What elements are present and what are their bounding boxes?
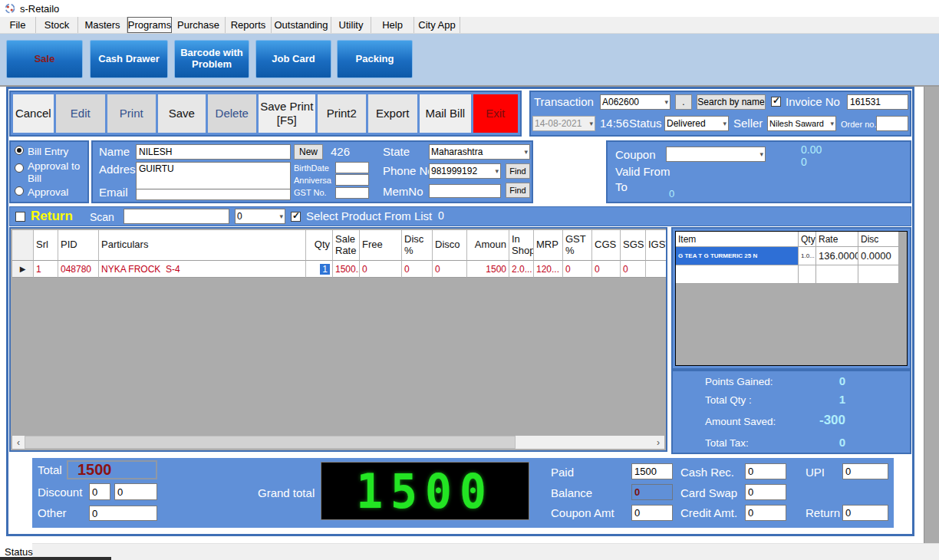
- return-checkbox[interactable]: [15, 212, 25, 222]
- email-input[interactable]: [136, 189, 291, 200]
- gst-no-label: GST No.: [294, 188, 327, 197]
- new-customer-button[interactable]: New: [294, 144, 323, 160]
- scan-label: Scan: [90, 211, 114, 223]
- total-tax-label: Total Tax:: [705, 437, 749, 449]
- cash-drawer-button[interactable]: Cash Drawer: [90, 40, 168, 78]
- name-input[interactable]: [136, 144, 291, 160]
- anniversary-label: Anniversa: [294, 176, 331, 185]
- delete-button[interactable]: Delete: [208, 94, 256, 133]
- item-row[interactable]: G TEA T G TURMERIC 25 N 1.0... 136.0000 …: [676, 247, 899, 265]
- approval-radio[interactable]: Approval: [15, 186, 68, 199]
- discount-label: Discount: [38, 486, 82, 499]
- col-item-disc: Disc: [858, 232, 899, 247]
- menu-stock[interactable]: Stock: [36, 17, 78, 33]
- gst-no-input[interactable]: [335, 187, 369, 199]
- col-disco: Disco: [433, 230, 467, 261]
- coupon-combo[interactable]: ▾: [666, 147, 766, 162]
- discount-pct-input[interactable]: [89, 483, 110, 500]
- scroll-right-icon[interactable]: ›: [652, 437, 664, 448]
- scrollbar-thumb[interactable]: [25, 436, 516, 449]
- bill-summary-panel: Points Gained: 0 Total Qty : 1 Amount Sa…: [671, 370, 911, 454]
- find-by-memno-button[interactable]: Find: [506, 183, 530, 198]
- birthdate-input[interactable]: [335, 162, 369, 173]
- scroll-left-icon[interactable]: ‹: [12, 437, 25, 448]
- menu-reports[interactable]: Reports: [226, 17, 272, 33]
- menu-file[interactable]: File: [0, 17, 36, 33]
- cancel-button[interactable]: Cancel: [13, 94, 54, 133]
- amount-saved-label: Amount Saved:: [705, 416, 776, 427]
- state-combo[interactable]: Maharashtra▾: [429, 144, 530, 160]
- col-cgs: CGS: [592, 230, 621, 261]
- grand-total-display: 1500: [321, 462, 529, 520]
- return-amt-input[interactable]: [842, 505, 888, 521]
- paid-input[interactable]: [631, 463, 673, 479]
- print2-button[interactable]: Print2: [318, 94, 366, 133]
- packing-button[interactable]: Packing: [337, 40, 413, 78]
- job-card-button[interactable]: Job Card: [255, 40, 331, 78]
- export-button[interactable]: Export: [368, 94, 418, 133]
- col-item: Item: [676, 232, 799, 247]
- sale-button[interactable]: Sale: [6, 40, 83, 78]
- print-button[interactable]: Print: [107, 94, 156, 133]
- product-row[interactable]: ▶ 1 048780 NYKA FROCK S-4 1 1500.... 0 0…: [12, 261, 666, 278]
- address-input[interactable]: GUIRTU: [136, 162, 291, 191]
- date-combo[interactable]: 14-08-2021▾: [532, 116, 595, 131]
- barcode-with-problem-button[interactable]: Barcode with Problem: [174, 40, 249, 78]
- credit-amt-label: Credit Amt.: [680, 506, 737, 519]
- approval-to-bill-radio[interactable]: Approval to Bill: [15, 160, 85, 185]
- search-by-name-button[interactable]: Search by name: [697, 94, 766, 110]
- save-button[interactable]: Save: [158, 94, 206, 133]
- select-product-checkbox[interactable]: [291, 212, 301, 222]
- memno-input[interactable]: [429, 184, 501, 198]
- invoice-no-input[interactable]: [847, 94, 908, 110]
- upi-input[interactable]: [842, 463, 888, 479]
- menu-outstanding[interactable]: Outstanding: [272, 17, 331, 33]
- phone-no-label: Phone No: [383, 164, 434, 177]
- item-row-empty[interactable]: [676, 265, 899, 284]
- save-print-button[interactable]: Save Print[F5]: [259, 94, 316, 133]
- transaction-number-combo[interactable]: A062600▾: [600, 94, 670, 110]
- card-swap-input[interactable]: [745, 484, 786, 500]
- other-input[interactable]: [89, 506, 157, 521]
- invoice-checkbox[interactable]: [771, 97, 781, 107]
- menu-purchase[interactable]: Purchase: [172, 17, 226, 33]
- balance-value-box: 0: [631, 484, 673, 500]
- menu-masters[interactable]: Masters: [78, 17, 127, 33]
- status-combo[interactable]: Delivered▾: [664, 116, 729, 131]
- horizontal-scrollbar[interactable]: ‹ ›: [12, 436, 664, 449]
- menu-programs[interactable]: Programs: [127, 17, 172, 33]
- edit-button[interactable]: Edit: [56, 94, 106, 133]
- total-qty-value: 1: [792, 393, 845, 406]
- phone-combo[interactable]: 981999192▾: [429, 163, 501, 179]
- window-title: s-Retailo: [20, 3, 59, 15]
- coupon-amt-input[interactable]: [631, 505, 673, 521]
- radio-selected-icon: [15, 146, 24, 155]
- dot-button[interactable]: .: [675, 94, 692, 110]
- menu-help[interactable]: Help: [371, 17, 414, 33]
- menu-city-app[interactable]: City App: [414, 17, 460, 33]
- exit-button[interactable]: Exit: [473, 94, 519, 133]
- seller-combo[interactable]: Nilesh Saward▾: [767, 116, 836, 131]
- chevron-down-icon: ▾: [279, 212, 283, 220]
- anniversary-input[interactable]: [335, 174, 369, 186]
- chevron-down-icon: ▾: [664, 98, 668, 106]
- menu-utility[interactable]: Utility: [331, 17, 371, 33]
- credit-amt-input[interactable]: [745, 505, 786, 521]
- mail-bill-button[interactable]: Mail Bill: [420, 94, 471, 133]
- scan-qty-combo[interactable]: 0▾: [235, 209, 285, 224]
- birthdate-label: BirthDate: [294, 163, 329, 173]
- discount-amt-input[interactable]: [114, 483, 157, 500]
- coupon-value: 0.00: [801, 143, 822, 156]
- col-igst: IGST: [646, 230, 666, 261]
- bill-entry-radio[interactable]: Bill Entry: [15, 146, 68, 158]
- scan-input[interactable]: [124, 209, 229, 224]
- title-bar: s-Retailo: [0, 0, 939, 17]
- select-product-label: Select Product From List: [306, 209, 432, 222]
- cash-rec-input[interactable]: [745, 463, 786, 479]
- find-by-phone-button[interactable]: Find: [506, 163, 530, 179]
- chevron-down-icon: ▾: [495, 167, 499, 175]
- chevron-down-icon: ▾: [524, 148, 528, 156]
- customer-number: 426: [331, 145, 350, 158]
- order-no-input[interactable]: [876, 116, 908, 131]
- qty-cell[interactable]: 1: [306, 261, 333, 278]
